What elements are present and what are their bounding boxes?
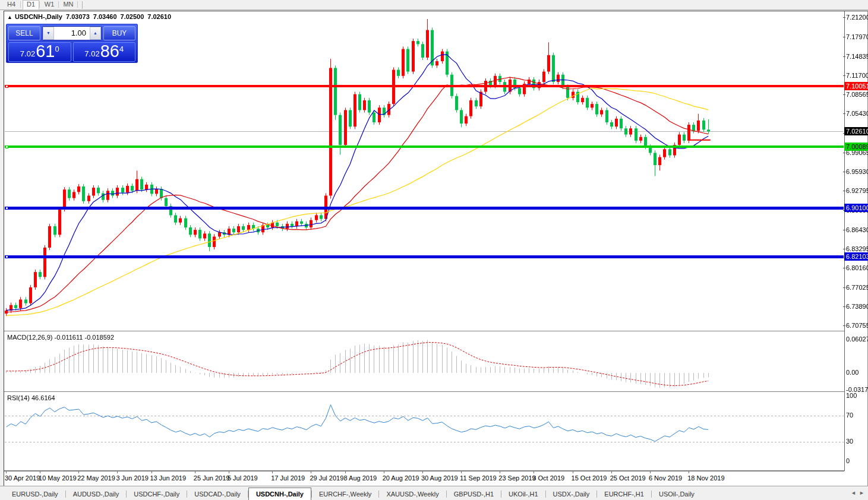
sell-price-prefix: 7.02 <box>20 48 35 60</box>
macd-axis-label: 0.060273 <box>846 336 868 343</box>
chart-tab-usdcnh-daily[interactable]: USDCNH-,Daily <box>248 488 311 500</box>
macd-pane-canvas[interactable] <box>5 333 844 391</box>
date-tick-mark <box>117 471 118 473</box>
price-tick-label: 7.08565 <box>846 91 868 98</box>
rsi-value: 46.6164 <box>31 394 55 401</box>
date-tick-label: 25 Oct 2019 <box>610 474 646 482</box>
sell-button[interactable]: SELL <box>8 26 40 40</box>
price-tick-mark <box>843 172 845 172</box>
macd-name: MACD(12,26,9) <box>7 334 52 341</box>
toolbar-separator <box>20 1 21 8</box>
current-price-badge: 7.02610 <box>844 127 868 135</box>
rsi-axis-label: 0 <box>846 457 850 464</box>
macd-main-value: -0.011611 <box>54 334 83 341</box>
chart-tab-gbpusd-h1[interactable]: GBPUSD-,H1 <box>447 488 501 500</box>
date-tick-mark <box>422 471 423 473</box>
date-tick-mark <box>311 471 311 473</box>
macd-indicator-label: MACD(12,26,9) -0.011611 -0.018592 <box>7 334 114 341</box>
tab-scroll-right-icon[interactable]: ► <box>859 490 864 496</box>
chart-tab-audusd-daily[interactable]: AUDUSD-,Daily <box>66 488 127 500</box>
volume-value[interactable]: 1.00 <box>54 27 90 40</box>
price-tick-mark <box>843 191 845 191</box>
price-tick-label: 6.92795 <box>846 187 868 194</box>
date-tick-label: 3 Oct 2019 <box>532 474 564 482</box>
date-tick-label: 6 Nov 2019 <box>649 474 682 482</box>
date-tick-mark <box>384 471 384 473</box>
price-tick-mark <box>843 268 845 268</box>
buy-price-button[interactable]: 7.02 86 4 <box>73 42 136 62</box>
rsi-pane-canvas[interactable] <box>5 393 844 470</box>
date-tick-label: 15 Oct 2019 <box>572 474 607 482</box>
date-tick-label: 30 Apr 2019 <box>5 474 40 482</box>
price-tick-mark <box>843 325 845 326</box>
date-tick-mark <box>229 471 229 473</box>
price-tick-mark <box>843 56 845 57</box>
sell-price-button[interactable]: 7.02 61 0 <box>8 42 71 62</box>
date-tick-mark <box>345 471 346 473</box>
price-tick-mark <box>843 113 845 114</box>
tab-scroll-left-icon[interactable]: ◄ <box>851 490 856 496</box>
price-level-badge: 7.10051 <box>844 82 868 90</box>
rsi-indicator-label: RSI(14) 46.6164 <box>7 394 55 401</box>
price-tick-label: 6.70755 <box>846 322 868 329</box>
chart-tab-usdcad-daily[interactable]: USDCAD-,Daily <box>187 488 248 500</box>
ohlc-open: 7.03073 <box>66 13 90 20</box>
date-tick-label: 13 Jun 2019 <box>150 474 187 482</box>
chart-tab-ukoil-h1[interactable]: UKOil-,H1 <box>501 488 545 500</box>
date-axis: 30 Apr 201910 May 201922 May 20193 Jun 2… <box>4 471 844 486</box>
chart-tab-eurusd-daily[interactable]: EURUSD-,Daily <box>5 488 65 500</box>
toolbar-separator <box>82 1 83 9</box>
price-tick-mark <box>843 306 845 307</box>
date-tick-label: 23 Sep 2019 <box>498 474 535 482</box>
pane-divider[interactable] <box>4 470 844 471</box>
date-tick-mark <box>650 471 651 473</box>
price-axis-separator <box>844 11 845 471</box>
date-tick-label: 3 Jun 2019 <box>116 474 148 482</box>
timeframe-button-mn[interactable]: MN <box>61 0 76 9</box>
date-tick-mark <box>151 471 152 473</box>
volume-increase-icon[interactable]: ▲ <box>90 27 101 40</box>
rsi-axis-label: 30 <box>846 438 853 445</box>
toolbar-separator <box>58 1 59 8</box>
chart-tab-usoil-daily[interactable]: USOil-,Daily <box>652 488 702 500</box>
date-tick-mark <box>500 471 500 473</box>
price-level-badge: 6.82103 <box>844 252 868 261</box>
buy-price-point: 4 <box>119 45 124 53</box>
timeframe-button-d1[interactable]: D1 <box>23 0 39 10</box>
price-tick-label: 6.95930 <box>846 168 868 175</box>
price-tick-label: 7.21200 <box>846 14 868 21</box>
tab-strip: EURUSD-,DailyAUDUSD-,DailyUSDCHF-,DailyU… <box>5 486 702 500</box>
rsi-axis-label: 70 <box>846 412 853 419</box>
macd-signal-value: -0.018592 <box>84 334 114 341</box>
pane-divider[interactable] <box>4 391 844 392</box>
date-tick-label: 20 Aug 2019 <box>383 474 419 482</box>
buy-price-pips: 86 <box>100 43 119 60</box>
chart-tab-eurchf-h1[interactable]: EURCHF-,H1 <box>597 488 651 500</box>
collapse-panel-icon[interactable]: ▲ <box>7 14 12 20</box>
date-tick-label: 5 Jul 2019 <box>228 474 258 482</box>
price-tick-label: 7.05430 <box>846 110 868 117</box>
buy-button[interactable]: BUY <box>103 26 135 40</box>
price-tick-label: 6.83295 <box>846 245 868 252</box>
buy-price-prefix: 7.02 <box>84 48 99 60</box>
rsi-name: RSI(14) <box>7 394 30 401</box>
date-tick-mark <box>272 471 273 473</box>
volume-decrease-icon[interactable]: ▼ <box>43 27 54 40</box>
date-tick-mark <box>461 471 462 473</box>
date-tick-label: 10 May 2019 <box>39 474 77 482</box>
price-tick-label: 7.11700 <box>846 72 868 79</box>
ohlc-high: 7.03460 <box>93 13 117 20</box>
chart-tab-usdchf-daily[interactable]: USDCHF-,Daily <box>127 488 187 500</box>
timeframe-button-w1[interactable]: W1 <box>42 0 57 9</box>
date-tick-label: 17 Jul 2019 <box>271 474 305 482</box>
pane-divider[interactable] <box>4 331 844 331</box>
terminal-window: H4D1W1MN ▲USDCNH-,Daily7.030737.034607.0… <box>0 0 868 500</box>
timeframe-button-h4[interactable]: H4 <box>4 0 19 9</box>
chart-tab-usdx-daily[interactable]: USDX-,Daily <box>546 488 597 500</box>
toolbar-separator <box>39 1 40 8</box>
date-tick-mark <box>6 471 7 473</box>
chart-tab-eurchf-weekly[interactable]: EURCHF-,Weekly <box>312 488 378 500</box>
price-tick-mark <box>843 249 845 249</box>
chart-tab-xauusd-weekly[interactable]: XAUUSD-,Weekly <box>379 488 446 500</box>
date-tick-mark <box>611 471 612 473</box>
